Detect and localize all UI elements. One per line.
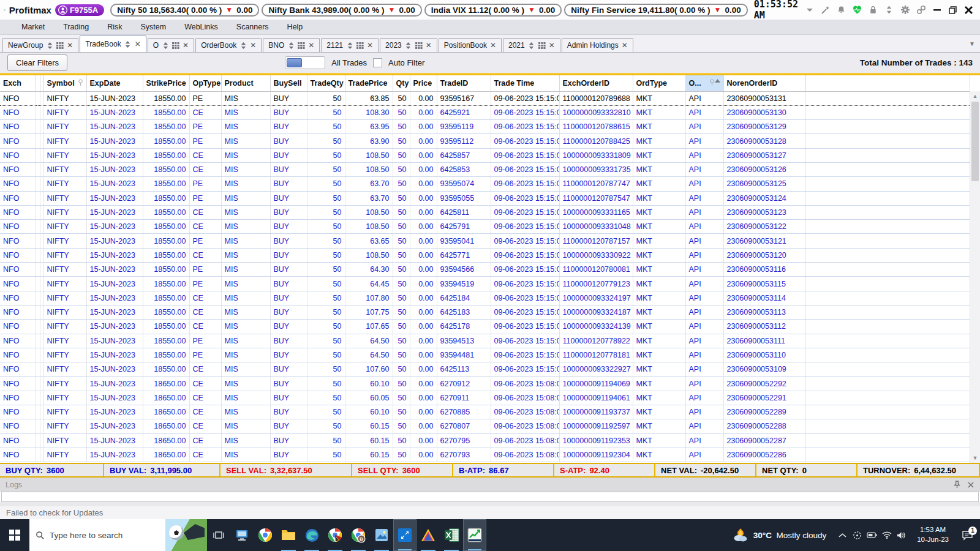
caret-down-icon[interactable] [804, 5, 815, 15]
scroll-up-icon[interactable]: ▲ [970, 91, 980, 101]
grid-icon[interactable] [356, 42, 364, 49]
scroll-down-icon[interactable]: ▼ [970, 453, 980, 463]
chevron-up-icon[interactable] [837, 530, 848, 541]
column-header-tradeprice[interactable]: TradePrice [345, 75, 393, 91]
tray-circle-icon[interactable] [852, 530, 862, 541]
column-header-trade-time[interactable]: Trade Time [491, 75, 559, 91]
tab-close-icon[interactable]: ✕ [490, 42, 496, 49]
bell-icon[interactable] [836, 5, 846, 15]
menu-item-scanners[interactable]: Scanners [227, 23, 278, 31]
tab-close-icon[interactable]: ✕ [135, 40, 141, 48]
taskbar-app-file-explorer-icon[interactable] [277, 519, 300, 551]
clear-filters-button[interactable]: Clear Filters [7, 54, 67, 71]
column-header-expdate[interactable]: ExpDate [86, 75, 143, 91]
tab-overflow-caret-icon[interactable]: ▼ [969, 40, 975, 47]
volume-icon[interactable] [896, 530, 907, 541]
scrollbar-thumb[interactable] [971, 102, 979, 181]
user-id-badge[interactable]: F9755A [55, 4, 104, 16]
table-row[interactable]: NFONIFTY15-JUN-202318550.00CEMISBUY50108… [0, 220, 970, 234]
column-header-optype[interactable]: OpType [189, 75, 221, 91]
restore-icon[interactable] [948, 5, 958, 15]
tab-tradebook[interactable]: TradeBook✕ [80, 36, 146, 52]
tab-close-icon[interactable]: ✕ [549, 42, 555, 49]
table-row[interactable]: NFONIFTY15-JUN-202318550.00CEMISBUY50107… [0, 305, 970, 319]
column-header-buysell[interactable]: BuySell [270, 75, 307, 91]
taskbar-app-monitor-icon[interactable] [230, 519, 254, 551]
grid-icon[interactable] [538, 42, 546, 49]
table-row[interactable]: NFONIFTY15-JUN-202318550.00CEMISBUY50107… [0, 362, 970, 377]
table-row[interactable]: NFONIFTY15-JUN-202318550.00PEMISBUY5063.… [0, 120, 970, 134]
column-header-tradeid[interactable]: TradeID [437, 75, 491, 91]
table-row[interactable]: NFONIFTY15-JUN-202318550.00CEMISBUY50108… [0, 148, 970, 162]
table-row[interactable]: NFONIFTY15-JUN-202318550.00PEMISBUY5064.… [0, 277, 970, 291]
tab-admin-holdings[interactable]: Admin Holdings✕ [562, 38, 633, 52]
task-view-button[interactable] [207, 519, 230, 551]
table-row[interactable]: NFONIFTY15-JUN-202318550.00CEMISBUY50108… [0, 105, 970, 119]
tab-2021[interactable]: 2021✕ [503, 38, 560, 52]
heart-pulse-icon[interactable] [852, 5, 862, 15]
weather-widget[interactable]: 30°C Mostly cloudy [726, 528, 832, 542]
grid-icon[interactable] [415, 42, 423, 49]
column-header-symbol[interactable]: Symbol [43, 75, 86, 91]
index-ticker-2[interactable]: India VIX 11.12( 0.00 % )▼0.00 [424, 4, 562, 17]
menu-item-risk[interactable]: Risk [98, 23, 131, 31]
tab-2023[interactable]: 2023✕ [380, 38, 437, 52]
taskbar-app-chrome-icon[interactable] [254, 519, 277, 551]
taskbar-app-prism-icon[interactable] [417, 519, 440, 551]
tab-close-icon[interactable]: ✕ [622, 42, 628, 49]
grid-icon[interactable] [172, 42, 179, 49]
menu-item-trading[interactable]: Trading [54, 23, 98, 31]
tab-o[interactable]: O✕ [148, 38, 194, 52]
column-header-tradeqty[interactable]: TradeQty [307, 75, 345, 91]
search-doodle-image[interactable] [165, 519, 207, 551]
table-row[interactable]: NFONIFTY15-JUN-202318550.00CEMISBUY50107… [0, 291, 970, 305]
logs-panel-header[interactable]: Logs [0, 478, 980, 492]
all-trades-toggle[interactable] [285, 56, 325, 69]
column-header-price[interactable]: Price [410, 75, 437, 91]
column-header-norenorderid[interactable]: NorenOrderID [723, 75, 805, 91]
table-row[interactable]: NFONIFTY15-JUN-202318550.00PEMISBUY5063.… [0, 191, 970, 205]
minimize-icon[interactable] [932, 5, 942, 15]
index-ticker-3[interactable]: Nifty Fin Service 19,411.80( 0.00 % )▼0.… [564, 4, 748, 17]
wand-icon[interactable] [820, 5, 831, 15]
logs-close-icon[interactable] [967, 481, 974, 489]
table-row[interactable]: NFONIFTY15-JUN-202318650.00CEMISBUY5060.… [0, 433, 970, 448]
column-header-o-[interactable]: O... [685, 75, 723, 91]
column-header-exch[interactable]: Exch [0, 75, 36, 91]
table-row[interactable]: NFONIFTY15-JUN-202318550.00PEMISBUY5063.… [0, 134, 970, 148]
tab-close-icon[interactable]: ✕ [367, 42, 373, 49]
grid-icon[interactable] [298, 42, 305, 49]
tab-positionbook[interactable]: PositionBook✕ [439, 38, 502, 52]
battery-icon[interactable] [867, 530, 877, 541]
taskbar-app-edge-icon[interactable] [300, 519, 323, 551]
taskbar-app-profitmax-app-icon[interactable] [463, 519, 486, 551]
taskbar-app-chrome-profile-icon[interactable] [323, 519, 347, 551]
table-row[interactable]: NFONIFTY15-JUN-202318650.00CEMISBUY5060.… [0, 405, 970, 419]
table-row[interactable]: NFONIFTY15-JUN-202318650.00CEMISBUY5060.… [0, 377, 970, 391]
table-row[interactable]: NFONIFTY15-JUN-202318650.00CEMISBUY5060.… [0, 448, 970, 462]
auto-filter-checkbox[interactable] [373, 58, 382, 67]
gear-icon[interactable] [900, 5, 910, 15]
table-row[interactable]: NFONIFTY15-JUN-202318550.00PEMISBUY5064.… [0, 348, 970, 362]
tab-bno[interactable]: BNO✕ [263, 38, 320, 52]
wifi-icon[interactable] [881, 530, 892, 541]
tab-close-icon[interactable]: ✕ [183, 42, 189, 49]
filter-pin-icon[interactable] [78, 79, 83, 86]
sort-asc-icon[interactable] [715, 79, 720, 83]
column-header-qty[interactable]: Qty [393, 75, 410, 91]
updown-icon[interactable] [884, 5, 894, 15]
sort-arrows-icon[interactable] [124, 40, 132, 48]
menu-item-weblinks[interactable]: WebLinks [175, 23, 227, 31]
filter-pin-icon[interactable] [709, 79, 715, 86]
sort-arrows-icon[interactable] [346, 42, 353, 49]
taskbar-app-photos-icon[interactable] [370, 519, 393, 551]
grid-icon[interactable] [56, 42, 64, 49]
start-button[interactable] [0, 519, 29, 551]
sort-arrows-icon[interactable] [528, 42, 535, 49]
table-row[interactable]: NFONIFTY15-JUN-202318650.00CEMISBUY5060.… [0, 391, 970, 405]
taskbar-app-excel-icon[interactable] [440, 519, 463, 551]
tab-orderbook[interactable]: OrderBook✕ [195, 38, 262, 52]
taskbar-app-rdp-icon[interactable] [393, 519, 417, 551]
vertical-scrollbar[interactable]: ▲ ▼ [970, 91, 980, 463]
table-row[interactable]: NFONIFTY15-JUN-202318550.00CEMISBUY50107… [0, 320, 970, 334]
